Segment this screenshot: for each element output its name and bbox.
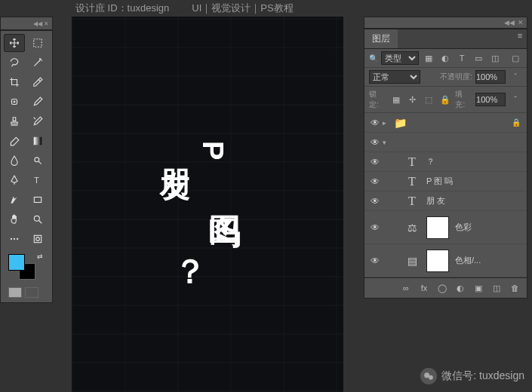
panel-menu-icon[interactable]: ≡ bbox=[513, 29, 527, 41]
layer-fx-icon[interactable]: fx bbox=[417, 281, 432, 295]
disclosure-icon[interactable]: ▸ bbox=[383, 119, 392, 127]
lock-position-icon[interactable]: ✢ bbox=[406, 93, 420, 106]
visibility-eye-icon[interactable]: 👁 bbox=[367, 222, 383, 233]
layer-name: 色相/... bbox=[455, 255, 524, 266]
lock-pixels-icon[interactable]: ▦ bbox=[389, 93, 403, 106]
canvas[interactable]: 朋友 P ？ 图吗 bbox=[72, 17, 343, 392]
fill-dropdown-icon[interactable]: ˇ bbox=[509, 93, 522, 106]
canvas-text-p[interactable]: P bbox=[196, 141, 229, 160]
foreground-swatch[interactable] bbox=[8, 254, 25, 271]
filter-shape-icon[interactable]: ▭ bbox=[472, 52, 485, 64]
adjustment-icon: ⚖ bbox=[404, 222, 420, 234]
layer-row[interactable]: 👁T？ bbox=[364, 152, 527, 172]
history-brush-tool[interactable] bbox=[27, 112, 48, 130]
canvas-text-image[interactable]: 图吗 bbox=[204, 190, 246, 196]
delete-layer-icon[interactable]: 🗑 bbox=[507, 281, 522, 295]
lasso-tool[interactable] bbox=[4, 54, 25, 72]
magic-wand-tool[interactable] bbox=[27, 54, 48, 72]
layer-name: 色彩 bbox=[455, 222, 524, 233]
layer-row[interactable]: 👁▾ bbox=[364, 133, 527, 152]
layer-name: 朋 友 bbox=[426, 195, 524, 207]
layer-row[interactable]: 👁▸📁🔒 bbox=[364, 113, 527, 133]
link-layers-icon[interactable]: ∞ bbox=[398, 281, 414, 295]
tab-layers[interactable]: 图层 bbox=[364, 29, 398, 48]
text-layer-icon: T bbox=[404, 175, 420, 188]
svg-point-9 bbox=[17, 238, 18, 240]
marquee-tool[interactable] bbox=[27, 34, 48, 52]
layer-mask-thumb[interactable] bbox=[426, 250, 449, 272]
mask-mode-icon[interactable] bbox=[25, 287, 38, 298]
visibility-eye-icon[interactable]: 👁 bbox=[367, 176, 383, 187]
layer-row[interactable]: 👁▤色相/... bbox=[364, 244, 527, 277]
quick-mask-tool[interactable] bbox=[27, 230, 48, 248]
color-swatches: ⇄ bbox=[4, 253, 49, 283]
filter-smartobj-icon[interactable]: ◫ bbox=[488, 52, 502, 64]
fill-input[interactable] bbox=[475, 93, 506, 106]
visibility-eye-icon[interactable]: 👁 bbox=[367, 118, 383, 128]
header-subtitle: UI｜视觉设计｜PS教程 bbox=[192, 2, 293, 15]
lock-artboard-icon[interactable]: ⬚ bbox=[423, 93, 436, 106]
eraser-tool[interactable] bbox=[4, 132, 25, 150]
path-tool[interactable] bbox=[4, 191, 25, 209]
layer-name: P 图 吗 bbox=[426, 176, 524, 187]
edit-mode-toggle[interactable] bbox=[4, 286, 49, 299]
canvas-text-friends[interactable]: 朋友 bbox=[155, 145, 196, 151]
blend-row: 正常 不透明度: ˇ bbox=[364, 68, 527, 87]
new-layer-icon[interactable]: ◫ bbox=[489, 281, 504, 295]
blur-tool[interactable] bbox=[4, 152, 25, 170]
filter-type-select[interactable]: 类型 bbox=[381, 51, 419, 65]
zoom-tool[interactable] bbox=[27, 210, 48, 228]
close-icon[interactable]: ✕ bbox=[44, 20, 49, 27]
filter-search-icon[interactable]: 🔍 bbox=[369, 54, 378, 63]
filter-type-icon[interactable]: T bbox=[455, 52, 469, 64]
svg-point-7 bbox=[11, 238, 12, 240]
brush-tool[interactable] bbox=[27, 93, 48, 111]
standard-mode-icon[interactable] bbox=[8, 287, 22, 298]
layer-row[interactable]: 👁TP 图 吗 bbox=[364, 172, 527, 191]
pen-tool[interactable] bbox=[4, 171, 25, 189]
layers-panel: 图层 ≡ 🔍 类型 ▦ ◐ T ▭ ◫ ▢ 正常 不透明度: ˇ 锁定: bbox=[364, 29, 527, 299]
watermark: 微信号: tuxdesign bbox=[420, 368, 524, 384]
blend-mode-select[interactable]: 正常 bbox=[369, 70, 420, 84]
visibility-eye-icon[interactable]: 👁 bbox=[367, 157, 383, 167]
dodge-tool[interactable] bbox=[27, 152, 48, 170]
svg-rect-10 bbox=[34, 235, 41, 242]
visibility-eye-icon[interactable]: 👁 bbox=[367, 256, 383, 266]
new-group-icon[interactable]: ▣ bbox=[471, 281, 486, 295]
layer-row[interactable]: 👁T朋 友 bbox=[364, 191, 527, 211]
text-layer-icon: T bbox=[404, 155, 420, 169]
opacity-input[interactable] bbox=[475, 70, 506, 84]
move-tool[interactable] bbox=[4, 34, 25, 52]
filter-row: 🔍 类型 ▦ ◐ T ▭ ◫ ▢ bbox=[364, 49, 527, 68]
eyedropper-tool[interactable] bbox=[27, 73, 48, 91]
opacity-dropdown-icon[interactable]: ˇ bbox=[509, 71, 522, 83]
filter-image-icon[interactable]: ▦ bbox=[422, 52, 435, 64]
layer-mask-thumb[interactable] bbox=[426, 216, 449, 239]
opacity-label: 不透明度: bbox=[440, 72, 472, 82]
new-adjust-icon[interactable]: ◐ bbox=[453, 281, 468, 295]
close-icon[interactable]: ✕ bbox=[518, 19, 524, 26]
stamp-tool[interactable] bbox=[4, 112, 25, 130]
gradient-tool[interactable] bbox=[27, 132, 48, 150]
filter-adjust-icon[interactable]: ◐ bbox=[438, 52, 452, 64]
crop-tool[interactable] bbox=[4, 73, 25, 91]
collapse-icon[interactable]: ◀◀ bbox=[33, 20, 42, 27]
layer-row[interactable]: 👁⚖色彩 bbox=[364, 211, 527, 244]
more-tool[interactable] bbox=[4, 230, 25, 248]
visibility-eye-icon[interactable]: 👁 bbox=[367, 196, 383, 207]
layer-mask-icon[interactable]: ◯ bbox=[435, 281, 450, 295]
disclosure-icon[interactable]: ▾ bbox=[383, 139, 392, 146]
hand-tool[interactable] bbox=[4, 210, 25, 228]
rectangle-tool[interactable] bbox=[27, 191, 48, 209]
author-credit: 设计庶 ID：tuxdesign bbox=[75, 2, 169, 15]
collapse-icon[interactable]: ◀◀ bbox=[504, 19, 515, 26]
filter-toggle-icon[interactable]: ▢ bbox=[509, 52, 522, 64]
canvas-text-question[interactable]: ？ bbox=[168, 235, 213, 268]
panel-tabs: 图层 ≡ bbox=[364, 29, 527, 49]
swap-swatch-icon[interactable]: ⇄ bbox=[37, 253, 46, 262]
type-tool[interactable]: T bbox=[27, 171, 48, 189]
layer-list: 👁▸📁🔒👁▾👁T？👁TP 图 吗👁T朋 友👁⚖色彩👁▤色相/... bbox=[364, 113, 527, 277]
visibility-eye-icon[interactable]: 👁 bbox=[367, 137, 383, 148]
lock-all-icon[interactable]: 🔒 bbox=[438, 93, 452, 106]
healing-tool[interactable] bbox=[4, 93, 25, 111]
